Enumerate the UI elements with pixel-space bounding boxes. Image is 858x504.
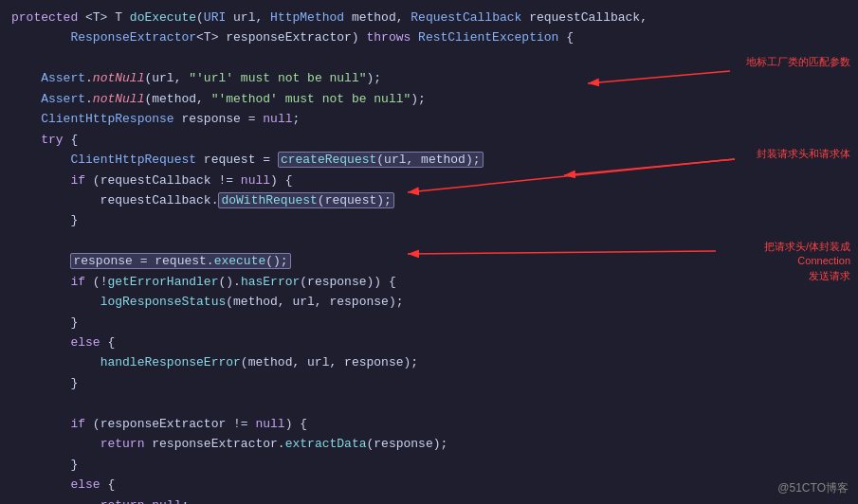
code-line-23: } — [11, 455, 847, 475]
token: if — [70, 417, 85, 431]
token — [11, 498, 100, 505]
code-line-15: logResponseStatus(method, url, response)… — [11, 292, 847, 312]
code-line-10: requestCallback.doWithRequest(request); — [11, 190, 847, 210]
token: notNull — [93, 71, 145, 85]
token: hasError — [241, 275, 300, 289]
code-block: protected <T> T doExecute(URI url, HttpM… — [0, 0, 858, 504]
token: responseExtractor. — [144, 437, 284, 451]
token: method, — [344, 10, 411, 25]
token: else — [70, 477, 100, 492]
code-line-19: } — [11, 373, 847, 393]
token: try — [41, 133, 63, 147]
code-line-25: return null; — [11, 495, 847, 505]
token: throws — [366, 30, 411, 45]
code-line-12 — [11, 231, 847, 251]
token: } — [11, 458, 78, 472]
token: else — [70, 335, 100, 350]
code-line-3 — [11, 48, 847, 68]
token: doWithRequest — [221, 193, 317, 207]
token: ) { — [270, 173, 292, 188]
code-line-9: if (requestCallback != null) { — [11, 171, 847, 190]
token: { — [558, 30, 574, 45]
token — [11, 355, 100, 369]
token: (method, "'method' must not be null"); — [144, 92, 425, 106]
token: url, — [226, 10, 270, 25]
token: (); — [265, 254, 287, 268]
highlight-execute: response = request.execute(); — [70, 253, 290, 269]
watermark: @51CTO博客 — [777, 480, 849, 496]
token: (requestCallback != — [85, 173, 241, 188]
token: (url, method); — [376, 153, 480, 167]
token: if — [70, 173, 85, 188]
highlight-createrequest: createRequest(url, method); — [278, 152, 484, 168]
token: ClientHttpResponse — [41, 112, 173, 126]
code-line-8: ClientHttpRequest request = createReques… — [11, 150, 847, 170]
token: getErrorHandler — [107, 275, 218, 289]
token — [11, 153, 70, 167]
token: { — [100, 477, 116, 492]
code-line-4: Assert.notNull(url, "'url' must not be n… — [11, 68, 847, 88]
token: . — [85, 71, 93, 85]
code-line-6: ClientHttpResponse response = null; — [11, 109, 847, 129]
token: extractData — [285, 437, 367, 451]
token — [11, 133, 41, 147]
token: ) { — [285, 417, 307, 431]
token — [11, 254, 70, 268]
token: } — [11, 315, 78, 330]
code-line-17: else { — [11, 333, 847, 352]
token: ( — [196, 10, 204, 25]
token: execute — [214, 254, 266, 268]
token: (method, url, response); — [241, 355, 418, 369]
token — [11, 173, 70, 188]
token: RestClientException — [418, 30, 558, 45]
token: logResponseStatus — [100, 295, 227, 309]
token — [11, 275, 70, 289]
token: null — [241, 173, 270, 188]
code-line-13: response = request.execute(); — [11, 251, 847, 271]
token: HttpMethod — [270, 10, 344, 25]
token — [11, 437, 100, 451]
token — [11, 417, 70, 431]
token: (response)) { — [300, 275, 395, 289]
token: . — [85, 92, 93, 106]
token: ; — [181, 498, 189, 505]
token: (url, "'url' must not be null"); — [144, 71, 381, 85]
token: ; — [293, 112, 301, 126]
token: } — [11, 376, 78, 390]
code-line-5: Assert.notNull(method, "'method' must no… — [11, 89, 847, 109]
token — [411, 30, 418, 45]
code-line-7: try { — [11, 130, 847, 150]
token — [11, 477, 70, 492]
token: response = — [174, 112, 264, 126]
token: handleResponseError — [100, 355, 241, 369]
token — [11, 295, 100, 309]
code-line-1: protected <T> T doExecute(URI url, HttpM… — [11, 8, 847, 27]
token: Assert — [41, 92, 85, 106]
token: ClientHttpRequest — [70, 153, 196, 167]
token: } — [11, 213, 78, 227]
token: return — [100, 437, 145, 451]
token: return — [100, 498, 145, 505]
token: null — [255, 417, 284, 431]
token: (). — [218, 275, 240, 289]
code-line-2: ResponseExtractor<T> responseExtractor) … — [11, 27, 847, 47]
token: null — [263, 112, 292, 126]
code-line-14: if (!getErrorHandler().hasError(response… — [11, 272, 847, 292]
token — [11, 112, 41, 126]
token: null — [152, 498, 181, 505]
token: response = request. — [73, 254, 213, 268]
highlight-dowithrequest: doWithRequest(request); — [218, 192, 393, 208]
token: doExecute — [130, 10, 196, 25]
code-line-18: handleResponseError(method, url, respons… — [11, 352, 847, 372]
token — [11, 92, 41, 106]
token: requestCallback. — [11, 193, 218, 207]
token: RequestCallback — [411, 10, 521, 25]
code-line-20 — [11, 393, 847, 413]
token: URI — [204, 10, 226, 25]
token: requestCallback, — [521, 10, 648, 25]
code-line-16: } — [11, 313, 847, 333]
code-line-22: return responseExtractor.extractData(res… — [11, 434, 847, 454]
token: { — [100, 335, 116, 350]
token: (responseExtractor != — [85, 417, 255, 431]
token: request = — [196, 153, 278, 167]
